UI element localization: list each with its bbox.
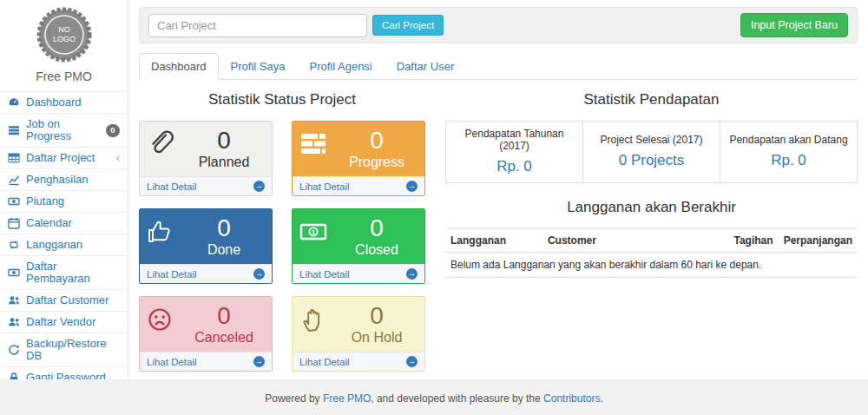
sidebar-item-daftar-pembayaran[interactable]: Daftar Pembayaran xyxy=(0,255,128,289)
progress-count: 0 xyxy=(336,128,418,154)
sidebar-item-job-on-progress[interactable]: Job on Progress 0 xyxy=(0,113,128,147)
income-cell-yearly: Pendapatan Tahunan (2017) Rp. 0 xyxy=(446,122,583,183)
tab-profil-saya[interactable]: Profil Saya xyxy=(219,53,298,80)
subscription-table: Langganan Customer Tagihan Perpanjangan … xyxy=(445,228,858,278)
closed-label: Closed xyxy=(336,241,418,258)
canceled-count: 0 xyxy=(183,303,265,329)
brand-name: Free PMO xyxy=(0,66,128,91)
frown-icon xyxy=(147,303,183,350)
search-button[interactable]: Cari Project xyxy=(372,15,444,36)
tab-daftar-user[interactable]: Daftar User xyxy=(385,53,466,80)
planned-detail-link[interactable]: Lihat Detail → xyxy=(140,176,272,195)
sidebar-item-label: Job on Progress xyxy=(26,118,100,142)
input-project-baru-button[interactable]: Input Project Baru xyxy=(740,13,848,37)
planned-count: 0 xyxy=(183,128,265,154)
svg-text:1: 1 xyxy=(312,228,316,236)
income-header: Pendapatan Tahunan (2017) xyxy=(450,128,579,152)
tasks-icon xyxy=(8,124,20,136)
tab-bar: Dashboard Profil Saya Profil Agensi Daft… xyxy=(139,53,858,80)
footer-text-suffix: . xyxy=(600,392,602,405)
free-pmo-link[interactable]: Free PMO xyxy=(323,392,371,405)
sidebar-item-daftar-project[interactable]: Daftar Project ‹ xyxy=(0,147,128,168)
income-value-finished[interactable]: 0 Projects xyxy=(587,152,716,169)
sidebar-item-langganan[interactable]: Langganan xyxy=(0,234,128,255)
card-planned: 0 Planned Lihat Detail → xyxy=(139,121,273,196)
sidebar-item-label: Daftar Vendor xyxy=(26,316,95,328)
done-detail-link[interactable]: Lihat Detail → xyxy=(140,264,272,283)
income-cell-upcoming: Pendapatan akan Datang Rp. 0 xyxy=(720,122,858,183)
progress-detail-link[interactable]: Lihat Detail → xyxy=(293,176,424,195)
closed-count: 0 xyxy=(336,215,418,241)
card-canceled: 0 Canceled Lihat Detail → xyxy=(139,296,273,372)
footer-text-middle: , and developed with pleasure by the xyxy=(371,392,543,405)
sidebar-item-label: Langganan xyxy=(26,239,82,251)
sidebar-item-label: Backup/Restore DB xyxy=(26,338,120,362)
sidebar-item-label: Daftar Pembayaran xyxy=(26,260,120,285)
search-input[interactable] xyxy=(148,14,367,37)
tasks-icon xyxy=(299,128,336,175)
arrow-circle-icon: → xyxy=(253,268,265,280)
sidebar-item-label: Dashboard xyxy=(26,96,82,109)
card-closed: 1 0 Closed Lihat Detail → xyxy=(292,208,425,284)
users-icon xyxy=(8,294,20,306)
arrow-circle-icon: → xyxy=(406,356,418,367)
svg-text:LOGO: LOGO xyxy=(52,35,75,43)
search-bar: Cari Project Input Project Baru xyxy=(139,7,858,43)
chevron-left-icon: ‹ xyxy=(116,154,120,162)
sidebar-item-daftar-customer[interactable]: Daftar Customer xyxy=(0,289,128,311)
arrow-circle-icon: → xyxy=(253,181,265,192)
dashboard-icon xyxy=(8,96,20,109)
paperclip-icon xyxy=(147,128,183,175)
refresh-icon xyxy=(8,344,20,356)
money-icon: 1 xyxy=(299,215,336,262)
footer: Powered by Free PMO, and developed with … xyxy=(0,379,868,415)
income-value-upcoming[interactable]: Rp. 0 xyxy=(724,152,853,169)
sidebar-item-label: Daftar Project xyxy=(26,152,95,164)
income-cell-finished: Project Selesai (2017) 0 Projects xyxy=(583,122,720,183)
arrow-circle-icon: → xyxy=(406,181,418,192)
contributors-link[interactable]: Contributors xyxy=(543,392,600,405)
arrow-circle-icon: → xyxy=(253,356,265,367)
income-section-title: Statistik Pendapatan xyxy=(445,91,858,109)
status-section-title: Statistik Status Project xyxy=(139,91,425,109)
tab-dashboard[interactable]: Dashboard xyxy=(139,53,219,80)
closed-detail-link[interactable]: Lihat Detail → xyxy=(293,264,424,283)
sidebar-item-label: Piutang xyxy=(26,195,64,208)
hand-icon xyxy=(299,303,336,350)
dashboard-columns: Statistik Status Project 0 Planned xyxy=(139,80,858,372)
col-header-langganan: Langganan xyxy=(445,229,542,253)
col-header-perpanjangan: Perpanjangan xyxy=(779,229,858,253)
money-icon xyxy=(8,195,20,208)
card-on-hold: 0 On Hold Lihat Detail → xyxy=(292,296,425,372)
onhold-label: On Hold xyxy=(336,329,418,346)
retweet-icon xyxy=(8,239,20,251)
sidebar-item-daftar-vendor[interactable]: Daftar Vendor xyxy=(0,311,128,333)
canceled-detail-link[interactable]: Lihat Detail → xyxy=(140,352,272,371)
sidebar-item-piutang[interactable]: Piutang xyxy=(0,190,128,212)
income-value-yearly[interactable]: Rp. 0 xyxy=(450,158,579,175)
income-header: Project Selesai (2017) xyxy=(587,134,716,146)
col-header-customer: Customer xyxy=(542,229,725,253)
income-table: Pendapatan Tahunan (2017) Rp. 0 Project … xyxy=(445,121,858,183)
svg-text:NO: NO xyxy=(58,25,70,34)
progress-label: Progress xyxy=(336,154,418,170)
sidebar-item-backup-restore-db[interactable]: Backup/Restore DB xyxy=(0,333,128,366)
done-label: Done xyxy=(183,241,265,258)
sidebar-item-calendar[interactable]: Calendar xyxy=(0,212,128,234)
onhold-count: 0 xyxy=(336,303,418,329)
income-column: Statistik Pendapatan Pendapatan Tahunan … xyxy=(445,80,858,372)
onhold-detail-link[interactable]: Lihat Detail → xyxy=(293,352,424,371)
col-header-tagihan: Tagihan xyxy=(725,229,778,253)
line-chart-icon xyxy=(8,174,20,186)
table-icon xyxy=(8,152,20,164)
sidebar-item-penghasilan[interactable]: Penghasilan xyxy=(0,168,128,190)
money-icon xyxy=(8,267,20,279)
card-done: 0 Done Lihat Detail → xyxy=(139,208,273,284)
done-count: 0 xyxy=(183,215,265,241)
status-column: Statistik Status Project 0 Planned xyxy=(139,80,425,372)
canceled-label: Canceled xyxy=(183,329,265,346)
footer-text-prefix: Powered by xyxy=(265,392,323,405)
sidebar-item-dashboard[interactable]: Dashboard xyxy=(0,91,128,113)
sidebar-menu: Dashboard Job on Progress 0 Daftar Proje… xyxy=(0,91,128,411)
tab-profil-agensi[interactable]: Profil Agensi xyxy=(297,53,384,80)
